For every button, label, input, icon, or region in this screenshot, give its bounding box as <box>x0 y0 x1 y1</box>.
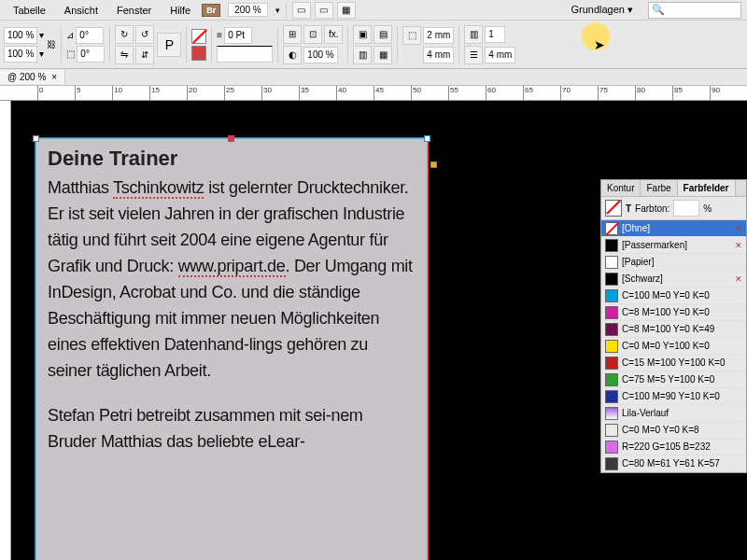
swatch-dark-gray[interactable]: C=80 M=61 Y=61 K=57 <box>601 455 746 472</box>
horizontal-ruler[interactable]: 0 5 10 15 20 25 30 35 40 45 50 55 60 65 … <box>0 86 747 101</box>
ruler-tick: 0 <box>37 86 43 101</box>
ruler-tick: 5 <box>75 86 80 101</box>
close-icon[interactable]: × <box>51 72 57 82</box>
ruler-tick: 90 <box>710 86 720 101</box>
ruler-tick: 15 <box>149 86 160 101</box>
dropdown-icon[interactable]: ▾ <box>39 49 44 59</box>
selection-handle[interactable] <box>33 135 39 142</box>
farbton-label: Farbton: <box>635 203 669 214</box>
text-frame[interactable]: Deine Trainer Matthias Tschinkowitz ist … <box>35 138 428 560</box>
search-input[interactable]: 🔍 <box>648 2 741 19</box>
flip-h-icon[interactable]: ⇋ <box>115 46 134 64</box>
stroke-weight-icon: ≡ <box>217 30 222 40</box>
menu-fenster[interactable]: Fenster <box>109 3 159 18</box>
swatch-dark-magenta[interactable]: C=8 M=100 Y=0 K=49 <box>601 321 746 338</box>
ruler-tick: 60 <box>486 86 496 101</box>
menu-tabelle[interactable]: Tabelle <box>6 3 53 18</box>
swatch-lila-verlauf[interactable]: Lila-Verlauf <box>601 405 746 422</box>
bridge-icon[interactable]: Br <box>202 4 220 17</box>
swatch-red[interactable]: C=15 M=100 Y=100 K=0 <box>601 355 746 371</box>
ruler-tick: 45 <box>374 86 384 101</box>
swatch-green[interactable]: C=75 M=5 Y=100 K=0 <box>601 371 746 388</box>
swatch-schwarz[interactable]: [Schwarz]✕ <box>601 271 746 287</box>
rotation-input[interactable]: 0° <box>76 27 104 44</box>
rotate-ccw-icon[interactable]: ↺ <box>135 25 154 44</box>
stroke-style-input[interactable] <box>217 46 273 63</box>
stroke-weight-input[interactable]: 0 Pt <box>224 27 252 44</box>
wrap-shape-icon[interactable]: ▥ <box>353 46 372 64</box>
document-tabstrip: @ 200 % × <box>0 69 747 86</box>
flip-v-icon[interactable]: ⇵ <box>135 46 154 64</box>
columns-input[interactable]: 1 <box>485 26 505 43</box>
overset-indicator[interactable] <box>430 161 437 168</box>
content-fit-icon[interactable]: ⊡ <box>303 25 322 44</box>
screen-mode-icon[interactable]: ▭ <box>315 2 333 19</box>
wrap-jump-icon[interactable]: ▦ <box>374 46 392 64</box>
ruler-tick: 10 <box>112 86 122 101</box>
swatch-cyan[interactable]: C=100 M=0 Y=0 K=0 <box>601 287 746 304</box>
gutter-input[interactable]: 4 mm <box>485 47 515 63</box>
fill-swatch[interactable] <box>191 29 206 44</box>
workspace-switcher[interactable]: Grundlagen ▾ <box>563 3 641 17</box>
heading-text: Deine Trainer <box>48 147 416 171</box>
fill-proxy[interactable] <box>605 200 622 217</box>
wrap-bound-icon[interactable]: ▤ <box>374 25 392 44</box>
swatch-passermarken[interactable]: [Passermarken]✕ <box>601 237 746 254</box>
wrap-none-icon[interactable]: ▣ <box>353 25 372 44</box>
shear-input[interactable]: 0° <box>77 46 105 63</box>
panel-tabs: Kontur Farbe Farbfelder <box>601 180 746 197</box>
arrange-icon[interactable]: ▦ <box>337 2 356 19</box>
ruler-tick: 40 <box>336 86 346 101</box>
ruler-tick: 30 <box>261 86 272 101</box>
corner-radius-input[interactable]: 2 mm <box>423 27 454 44</box>
ruler-tick: 85 <box>672 86 683 101</box>
tab-kontur[interactable]: Kontur <box>601 180 641 196</box>
ruler-tick: 35 <box>299 86 309 101</box>
selection-handle[interactable] <box>424 135 430 142</box>
columns-icon[interactable]: ▥ <box>464 25 483 44</box>
ruler-tick: 50 <box>411 86 421 101</box>
text-format-icon[interactable]: T <box>626 203 631 214</box>
tab-farbe[interactable]: Farbe <box>641 180 677 196</box>
opacity-input[interactable]: 100 % <box>303 47 337 63</box>
auto-fit-icon[interactable]: ⊞ <box>283 25 302 44</box>
swatch-pink[interactable]: R=220 G=105 B=232 <box>601 439 746 455</box>
zoom-dropdown-icon[interactable]: ▾ <box>275 6 280 15</box>
swatch-magenta[interactable]: C=8 M=100 Y=0 K=0 <box>601 304 746 321</box>
rotate-icon: ⊿ <box>66 30 74 40</box>
tint-input[interactable] <box>673 200 699 217</box>
swatch-none[interactable]: [Ohne]✕ <box>601 220 746 237</box>
balance-icon[interactable]: ☰ <box>464 46 483 64</box>
rotate-cw-icon[interactable]: ↻ <box>115 25 134 44</box>
ruler-tick: 75 <box>598 86 608 101</box>
scale-x-input[interactable]: 100 % <box>4 27 37 44</box>
scale-y-input[interactable]: 100 % <box>4 46 37 63</box>
fx-button[interactable]: fx. <box>324 25 343 44</box>
swatch-yellow[interactable]: C=0 M=0 Y=100 K=0 <box>601 338 746 355</box>
tab-label: @ 200 % <box>7 72 46 82</box>
menu-bar: Tabelle Ansicht Fenster Hilfe Br 200 % ▾… <box>0 0 747 21</box>
document-tab[interactable]: @ 200 % × <box>0 70 65 84</box>
swatch-papier[interactable]: [Papier] <box>601 254 746 271</box>
search-icon: 🔍 <box>652 4 665 16</box>
tab-farbfelder[interactable]: Farbfelder <box>678 180 736 196</box>
vertical-ruler[interactable] <box>0 101 11 560</box>
dropdown-icon[interactable]: ▾ <box>39 30 44 40</box>
menu-hilfe[interactable]: Hilfe <box>162 3 198 18</box>
paragraph-icon[interactable]: P <box>157 33 181 57</box>
swatch-blue[interactable]: C=100 M=90 Y=10 K=0 <box>601 388 746 405</box>
ruler-tick: 70 <box>560 86 571 101</box>
selection-handle[interactable] <box>228 135 234 142</box>
corner-icon[interactable]: ⬚ <box>402 26 421 45</box>
pct-label: % <box>703 203 712 214</box>
view-mode-icon[interactable]: ▭ <box>292 2 311 19</box>
menu-ansicht[interactable]: Ansicht <box>57 3 106 18</box>
zoom-level[interactable]: 200 % <box>228 3 267 17</box>
ruler-tick: 80 <box>635 86 645 101</box>
corner-radius-2-input[interactable]: 4 mm <box>423 47 454 63</box>
stroke-swatch[interactable] <box>191 46 206 61</box>
opacity-icon: ◐ <box>283 46 302 64</box>
link-icon[interactable]: ⛓ <box>47 39 56 49</box>
swatch-light-gray[interactable]: C=0 M=0 Y=0 K=8 <box>601 422 746 439</box>
link-pripart[interactable]: www.pripart.de <box>178 257 286 277</box>
